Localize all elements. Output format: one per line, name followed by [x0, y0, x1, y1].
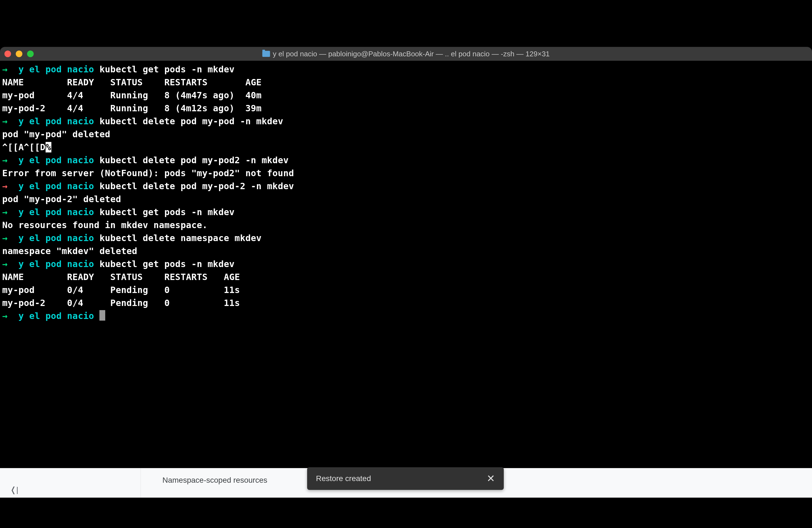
prompt-line: → y el pod nacio kubectl delete namespac… — [2, 232, 810, 245]
prompt-line: → y el pod nacio kubectl delete pod my-p… — [2, 180, 810, 193]
toast-message: Restore created — [316, 474, 371, 483]
output-line: my-pod-2 4/4 Running 8 (4m12s ago) 39m — [2, 102, 810, 115]
command: kubectl delete pod my-pod -n mkdev — [99, 116, 283, 127]
output-line: namespace "mkdev" deleted — [2, 245, 810, 258]
prompt-line: → y el pod nacio kubectl delete pod my-p… — [2, 154, 810, 167]
output-line: NAME READY STATUS RESTARTS AGE — [2, 76, 810, 89]
traffic-lights — [4, 50, 34, 57]
output-line: Error from server (NotFound): pods "my-p… — [2, 167, 810, 180]
cwd: y el pod nacio — [18, 64, 94, 75]
terminal-content[interactable]: → y el pod nacio kubectl get pods -n mkd… — [0, 61, 812, 325]
terminal-window: y el pod nacio — pabloinigo@Pablos-MacBo… — [0, 47, 812, 468]
prompt-line: → y el pod nacio kubectl delete pod my-p… — [2, 115, 810, 128]
output-line: No resources found in mkdev namespace. — [2, 219, 810, 232]
letterbox-bottom — [0, 498, 812, 528]
collapse-icon[interactable]: ❬| — [10, 485, 18, 494]
arrow-icon: → — [2, 259, 8, 269]
window-title-text: y el pod nacio — pabloinigo@Pablos-MacBo… — [273, 50, 550, 58]
prompt-line: → y el pod nacio kubectl get pods -n mkd… — [2, 206, 810, 219]
prompt-line: → y el pod nacio kubectl get pods -n mkd… — [2, 258, 810, 270]
cursor — [99, 310, 105, 321]
output-line: my-pod 4/4 Running 8 (4m47s ago) 40m — [2, 89, 810, 102]
output-line: NAME READY STATUS RESTARTS AGE — [2, 270, 810, 283]
close-button[interactable] — [4, 50, 11, 57]
cwd: y el pod nacio — [18, 116, 94, 127]
browser-sidebar: ❬| — [0, 468, 141, 498]
arrow-icon: → — [2, 155, 8, 165]
cwd: y el pod nacio — [18, 259, 94, 269]
letterbox-top — [0, 0, 812, 19]
section-label: Namespace-scoped resources — [162, 476, 267, 484]
command: kubectl get pods -n mkdev — [99, 207, 234, 217]
cwd: y el pod nacio — [18, 155, 94, 165]
output-line: pod "my-pod-2" deleted — [2, 193, 810, 206]
cwd: y el pod nacio — [18, 311, 94, 321]
cwd: y el pod nacio — [18, 233, 94, 243]
folder-icon — [262, 51, 270, 57]
escape-seq: ^[[A^[[D — [2, 142, 46, 152]
inverse-char: % — [46, 142, 52, 152]
maximize-button[interactable] — [27, 50, 34, 57]
arrow-icon: → — [2, 207, 8, 217]
output-line: my-pod-2 0/4 Pending 0 11s — [2, 297, 810, 310]
prompt-line: → y el pod nacio kubectl get pods -n mkd… — [2, 63, 810, 76]
cwd: y el pod nacio — [18, 207, 94, 217]
output-line: ^[[A^[[D% — [2, 141, 810, 154]
arrow-icon: → — [2, 116, 8, 127]
output-line: pod "my-pod" deleted — [2, 128, 810, 141]
command: kubectl get pods -n mkdev — [99, 64, 234, 75]
close-icon[interactable]: ✕ — [487, 474, 495, 484]
prompt-line: → y el pod nacio — [2, 310, 810, 323]
arrow-icon: → — [2, 64, 8, 75]
command: kubectl delete pod my-pod-2 -n mkdev — [99, 181, 294, 191]
minimize-button[interactable] — [16, 50, 23, 57]
output-line: my-pod 0/4 Pending 0 11s — [2, 283, 810, 297]
toast-notification: Restore created ✕ — [307, 467, 504, 490]
cwd: y el pod nacio — [18, 181, 94, 191]
command: kubectl delete namespace mkdev — [99, 233, 262, 243]
arrow-icon: → — [2, 181, 8, 191]
arrow-icon: → — [2, 311, 8, 321]
title-bar[interactable]: y el pod nacio — pabloinigo@Pablos-MacBo… — [0, 47, 812, 61]
command: kubectl delete pod my-pod2 -n mkdev — [99, 155, 289, 165]
window-title: y el pod nacio — pabloinigo@Pablos-MacBo… — [262, 50, 550, 58]
command: kubectl get pods -n mkdev — [99, 259, 234, 269]
arrow-icon: → — [2, 233, 8, 243]
